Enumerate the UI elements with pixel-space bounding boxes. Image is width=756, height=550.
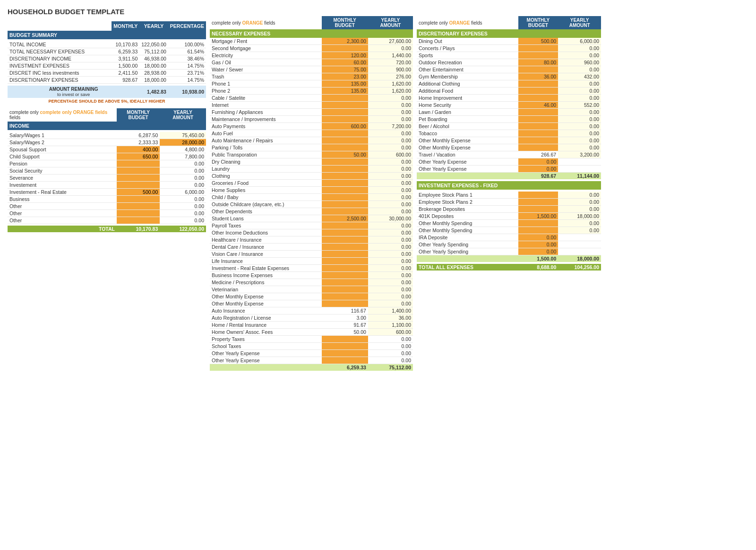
nec-row-10: Furnishing / Appliances 0.00 <box>210 109 413 116</box>
nec-monthly-hdr: MONTHLY BUDGET <box>322 16 368 29</box>
income-table: complete only complete only ORANGE field… <box>8 108 206 233</box>
income-row-1: Salary/Wages 2 2,333.33 28,000.00 <box>8 139 206 146</box>
disc-row-13: Tobacco 0.00 <box>417 130 601 137</box>
income-row-7: Investement 0.00 <box>8 181 206 188</box>
mid-column: complete only ORANGE fields MONTHLY BUDG… <box>210 8 413 371</box>
disc-row-10: Lawn / Garden 0.00 <box>417 109 601 116</box>
disc-monthly-hdr: MONTHLY BUDGET <box>518 16 558 29</box>
disc-row-0: Dining Out 500.00 6,000.00 <box>417 38 601 45</box>
disc-row-11: Pet Boarding 0.00 <box>417 116 601 123</box>
inv-row-0: Employee Stock Plans 1 0.00 <box>417 192 601 199</box>
nec-row-5: Trash 23.00 276.00 <box>210 73 413 80</box>
table-row: TOTAL INCOME 10,170.83 122,050.00 100.00… <box>8 41 206 48</box>
disc-row-3: Outdoor Recreation 80.00 960.00 <box>417 59 601 66</box>
page-title: HOUSEHOLD BUDGET TEMPLATE <box>8 8 206 16</box>
orange-note-nec: complete only ORANGE fields <box>212 19 320 26</box>
nec-row-29: Dental Care / Insurance 0.00 <box>210 244 413 251</box>
nec-row-33: Business Income Expenses 0.00 <box>210 272 413 279</box>
disc-row-8: Home Improvement 0.00 <box>417 95 601 102</box>
table-row: TOTAL NECESSARY EXPENSES 6,259.33 75,112… <box>8 48 206 55</box>
table-row: INVESTMENT EXPENSES 1,500.00 18,000.00 1… <box>8 62 206 70</box>
disc-row-14: Other Monthly Expense 0.00 <box>417 137 601 144</box>
disc-row-4: Other Entertainment 0.00 <box>417 66 601 73</box>
nec-row-35: Veterinarian 0.00 <box>210 286 413 293</box>
inv-row-6: IRA Deposite 0.00 <box>417 234 601 241</box>
nec-row-24: Other Dependents 0.00 <box>210 208 413 215</box>
nec-row-15: Parking / Tolls 0.00 <box>210 144 413 151</box>
monthly-header: MONTHLY <box>112 21 139 31</box>
nec-row-36: Other Monthly Expense 0.00 <box>210 293 413 300</box>
nec-row-7: Phone 2 135.00 1,620.00 <box>210 87 413 95</box>
budget-summary-table: MONTHLY YEARLY PERCENTAGE BUDGET SUMMARY… <box>8 21 206 106</box>
disc-row-2: Sports 0.00 <box>417 52 601 59</box>
nec-row-44: Other Yearly Expense 0.00 <box>210 350 413 357</box>
nec-row-39: Auto Registration / License 3.00 36.00 <box>210 314 413 322</box>
income-section-label: INCOME <box>8 122 206 130</box>
disc-section-label: DISCRETIONARY EXPENSES <box>417 29 601 38</box>
nec-row-26: Payroll Taxes 0.00 <box>210 222 413 229</box>
nec-row-11: Maintenance / Improvements 0.00 <box>210 116 413 123</box>
percentage-header: PERCENTAGE <box>168 21 206 31</box>
grand-total-row: TOTAL ALL EXPENSES 8,688.00 104,256.00 <box>417 264 601 271</box>
disc-row-12: Beer / Alcohol 0.00 <box>417 123 601 130</box>
discretionary-table: complete only ORANGE fields MONTHLY BUDG… <box>417 16 601 271</box>
nec-row-31: Life Insurance 0.00 <box>210 258 413 265</box>
inv-row-8: Other Yearly Spending 0.00 <box>417 248 601 255</box>
table-row: DISCRETIONARY INCOME 3,911.50 46,938.00 … <box>8 55 206 62</box>
disc-row-6: Additional Clothing 0.00 <box>417 80 601 87</box>
nec-section-label: NECESSARY EXPENSES <box>210 29 413 38</box>
inv-section-label: INVESTMENT EXPENSES - FIXED <box>417 181 601 190</box>
nec-row-13: Auto Fuel 0.00 <box>210 130 413 137</box>
income-row-2: Spousal Support 400.00 4,800.00 <box>8 146 206 153</box>
disc-subtotal-row: 928.67 11,144.00 <box>417 173 601 180</box>
income-row-12: Other 0.00 <box>8 217 206 224</box>
income-yearly-hdr: YEARLY AMOUNT <box>160 108 206 122</box>
nec-total-row: 6,259.33 75,112.00 <box>210 364 413 371</box>
pct-note-row: PERCENTAGE SHOULD BE ABOVE 5%, IDEALLY H… <box>8 98 206 105</box>
nec-row-20: Groceries / Food 0.00 <box>210 180 413 187</box>
disc-row-15: Other Monthly Expense 0.00 <box>417 144 601 151</box>
nec-row-43: School Taxes 0.00 <box>210 343 413 350</box>
income-row-8: Investement - Real Estate 500.00 6,000.0… <box>8 188 206 195</box>
disc-row-7: Additional Food 0.00 <box>417 87 601 95</box>
disc-row-16: Travel / Vacation 266.67 3,200.00 <box>417 151 601 158</box>
nec-row-40: Home / Rental Insurance 91.67 1,100.00 <box>210 322 413 329</box>
income-monthly-hdr: MONTHLY BUDGET <box>117 108 160 122</box>
disc-row-1: Concerts / Plays 0.00 <box>417 45 601 52</box>
disc-row-5: Gym Membership 36.00 432.00 <box>417 73 601 80</box>
nec-row-22: Child / Baby 0.00 <box>210 194 413 201</box>
nec-row-4: Water / Sewer 75.00 900.00 <box>210 66 413 73</box>
nec-row-17: Dry Cleaning 0.00 <box>210 158 413 166</box>
disc-yearly-hdr: YEARLY AMOUNT <box>558 16 601 29</box>
income-row-11: Other 0.00 <box>8 210 206 217</box>
inv-row-4: Other Monthly Spending 0.00 <box>417 220 601 227</box>
nec-row-6: Phone 1 135.00 1,620.00 <box>210 80 413 87</box>
disc-row-9: Home Security 46.00 552.00 <box>417 102 601 109</box>
nec-row-23: Outside Childcare (daycare, etc.) 0.00 <box>210 201 413 208</box>
nec-row-21: Home Supplies 0.00 <box>210 187 413 194</box>
inv-row-7: Other Yearly Spending 0.00 <box>417 241 601 248</box>
necessary-expenses-table: complete only ORANGE fields MONTHLY BUDG… <box>210 16 413 371</box>
income-row-5: Social Security 0.00 <box>8 167 206 174</box>
nec-row-16: Public Transporation 50.00 600.00 <box>210 151 413 158</box>
nec-row-27: Other Income Deductions 0.00 <box>210 229 413 236</box>
nec-row-28: Healthcare / Insurance 0.00 <box>210 236 413 244</box>
income-row-10: Other 0.00 <box>8 202 206 210</box>
inv-row-2: Brokerage Deposites 0.00 <box>417 206 601 213</box>
orange-note-disc: complete only ORANGE fields <box>419 19 516 26</box>
left-column: HOUSEHOLD BUDGET TEMPLATE MONTHLY YEARLY… <box>8 8 206 232</box>
nec-row-37: Other Monthly Expense 0.00 <box>210 300 413 307</box>
nec-row-3: Gas / Oil 60.00 720.00 <box>210 59 413 66</box>
amount-remaining-row: AMOUNT REMAINING to invest or save 1,482… <box>8 86 206 98</box>
table-row: DISCRETIONARY EXPENSES 928.67 18,000.00 … <box>8 77 206 84</box>
income-row-9: Business 0.00 <box>8 195 206 202</box>
right-column: complete only ORANGE fields MONTHLY BUDG… <box>417 8 601 271</box>
income-row-6: Severance 0.00 <box>8 174 206 181</box>
income-row-4: Pension 0.00 <box>8 160 206 167</box>
disc-row-18: Other Yearly Expense 0.00 <box>417 166 601 173</box>
nec-row-19: Clothing 0.00 <box>210 173 413 180</box>
nec-row-2: Electricity 120.00 1,440.00 <box>210 52 413 59</box>
inv-row-1: Employee Stock Plans 2 0.00 <box>417 199 601 206</box>
nec-row-9: Internet 0.00 <box>210 102 413 109</box>
nec-row-14: Auto Maintenance / Repairs 0.00 <box>210 137 413 144</box>
